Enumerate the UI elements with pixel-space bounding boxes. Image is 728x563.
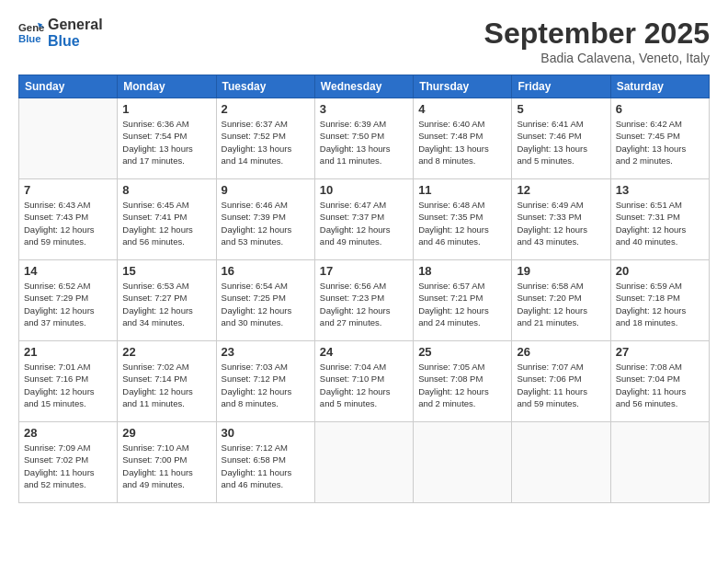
day-info: Sunrise: 7:05 AM Sunset: 7:08 PM Dayligh… xyxy=(418,361,506,409)
day-info: Sunrise: 7:01 AM Sunset: 7:16 PM Dayligh… xyxy=(24,361,112,409)
calendar-cell: 23Sunrise: 7:03 AM Sunset: 7:12 PM Dayli… xyxy=(216,341,314,422)
logo: General Blue General Blue xyxy=(18,17,103,51)
day-info: Sunrise: 6:42 AM Sunset: 7:45 PM Dayligh… xyxy=(616,118,704,167)
logo-line1: General xyxy=(48,17,103,33)
day-number: 22 xyxy=(122,345,210,359)
day-info: Sunrise: 6:54 AM Sunset: 7:25 PM Dayligh… xyxy=(222,280,310,328)
day-info: Sunrise: 6:41 AM Sunset: 7:46 PM Dayligh… xyxy=(517,118,605,167)
calendar-cell: 30Sunrise: 7:12 AM Sunset: 6:58 PM Dayli… xyxy=(216,422,314,503)
day-info: Sunrise: 6:46 AM Sunset: 7:39 PM Dayligh… xyxy=(222,199,310,247)
calendar-cell: 17Sunrise: 6:56 AM Sunset: 7:23 PM Dayli… xyxy=(314,260,413,341)
day-number: 16 xyxy=(222,264,310,278)
day-number: 15 xyxy=(122,264,210,278)
calendar-cell: 25Sunrise: 7:05 AM Sunset: 7:08 PM Dayli… xyxy=(414,341,512,422)
day-info: Sunrise: 6:58 AM Sunset: 7:20 PM Dayligh… xyxy=(517,280,605,328)
calendar-cell: 13Sunrise: 6:51 AM Sunset: 7:31 PM Dayli… xyxy=(610,179,709,260)
day-number: 19 xyxy=(517,264,605,278)
weekday-header: Friday xyxy=(512,75,610,98)
day-number: 18 xyxy=(418,264,506,278)
day-info: Sunrise: 7:12 AM Sunset: 6:58 PM Dayligh… xyxy=(222,442,310,490)
calendar-cell: 4Sunrise: 6:40 AM Sunset: 7:48 PM Daylig… xyxy=(414,98,512,179)
calendar-cell: 3Sunrise: 6:39 AM Sunset: 7:50 PM Daylig… xyxy=(314,98,413,179)
day-info: Sunrise: 6:57 AM Sunset: 7:21 PM Dayligh… xyxy=(418,280,506,328)
day-number: 25 xyxy=(418,345,506,359)
calendar-cell: 16Sunrise: 6:54 AM Sunset: 7:25 PM Dayli… xyxy=(216,260,314,341)
day-info: Sunrise: 6:49 AM Sunset: 7:33 PM Dayligh… xyxy=(517,199,605,247)
day-info: Sunrise: 6:43 AM Sunset: 7:43 PM Dayligh… xyxy=(24,199,112,247)
logo-icon: General Blue xyxy=(18,20,44,46)
day-number: 12 xyxy=(517,183,605,197)
calendar-header-row: SundayMondayTuesdayWednesdayThursdayFrid… xyxy=(19,75,710,98)
day-info: Sunrise: 7:08 AM Sunset: 7:04 PM Dayligh… xyxy=(616,361,704,409)
day-info: Sunrise: 6:56 AM Sunset: 7:23 PM Dayligh… xyxy=(320,280,408,328)
day-info: Sunrise: 7:09 AM Sunset: 7:02 PM Dayligh… xyxy=(24,442,112,490)
calendar-week-row: 28Sunrise: 7:09 AM Sunset: 7:02 PM Dayli… xyxy=(19,422,710,503)
calendar-cell xyxy=(314,422,413,503)
calendar-cell: 18Sunrise: 6:57 AM Sunset: 7:21 PM Dayli… xyxy=(414,260,512,341)
day-info: Sunrise: 6:45 AM Sunset: 7:41 PM Dayligh… xyxy=(122,199,210,247)
day-info: Sunrise: 7:10 AM Sunset: 7:00 PM Dayligh… xyxy=(122,442,210,490)
day-number: 23 xyxy=(222,345,310,359)
day-number: 5 xyxy=(517,102,605,116)
calendar-cell: 7Sunrise: 6:43 AM Sunset: 7:43 PM Daylig… xyxy=(19,179,118,260)
day-number: 2 xyxy=(222,102,310,116)
calendar-cell xyxy=(512,422,610,503)
day-number: 4 xyxy=(418,102,506,116)
calendar-cell: 14Sunrise: 6:52 AM Sunset: 7:29 PM Dayli… xyxy=(19,260,118,341)
day-number: 26 xyxy=(517,345,605,359)
day-number: 14 xyxy=(24,264,112,278)
day-info: Sunrise: 7:03 AM Sunset: 7:12 PM Dayligh… xyxy=(222,361,310,409)
calendar-cell: 21Sunrise: 7:01 AM Sunset: 7:16 PM Dayli… xyxy=(19,341,118,422)
calendar-week-row: 1Sunrise: 6:36 AM Sunset: 7:54 PM Daylig… xyxy=(19,98,710,179)
header: General Blue General Blue September 2025… xyxy=(18,17,710,65)
calendar-cell: 1Sunrise: 6:36 AM Sunset: 7:54 PM Daylig… xyxy=(118,98,216,179)
weekday-header: Thursday xyxy=(414,75,512,98)
calendar-cell: 15Sunrise: 6:53 AM Sunset: 7:27 PM Dayli… xyxy=(118,260,216,341)
calendar-cell: 20Sunrise: 6:59 AM Sunset: 7:18 PM Dayli… xyxy=(610,260,709,341)
calendar-cell: 28Sunrise: 7:09 AM Sunset: 7:02 PM Dayli… xyxy=(19,422,118,503)
day-number: 10 xyxy=(320,183,408,197)
calendar-cell: 27Sunrise: 7:08 AM Sunset: 7:04 PM Dayli… xyxy=(610,341,709,422)
calendar-cell xyxy=(610,422,709,503)
calendar-cell: 24Sunrise: 7:04 AM Sunset: 7:10 PM Dayli… xyxy=(314,341,413,422)
day-info: Sunrise: 6:48 AM Sunset: 7:35 PM Dayligh… xyxy=(418,199,506,247)
day-info: Sunrise: 6:36 AM Sunset: 7:54 PM Dayligh… xyxy=(122,118,210,167)
day-number: 27 xyxy=(616,345,704,359)
day-number: 9 xyxy=(222,183,310,197)
day-info: Sunrise: 6:59 AM Sunset: 7:18 PM Dayligh… xyxy=(616,280,704,328)
svg-text:Blue: Blue xyxy=(18,33,41,44)
day-number: 29 xyxy=(122,426,210,440)
day-info: Sunrise: 7:07 AM Sunset: 7:06 PM Dayligh… xyxy=(517,361,605,409)
day-number: 20 xyxy=(616,264,704,278)
day-number: 17 xyxy=(320,264,408,278)
day-number: 13 xyxy=(616,183,704,197)
calendar-cell: 10Sunrise: 6:47 AM Sunset: 7:37 PM Dayli… xyxy=(314,179,413,260)
calendar-cell: 6Sunrise: 6:42 AM Sunset: 7:45 PM Daylig… xyxy=(610,98,709,179)
calendar-cell: 19Sunrise: 6:58 AM Sunset: 7:20 PM Dayli… xyxy=(512,260,610,341)
calendar-cell: 8Sunrise: 6:45 AM Sunset: 7:41 PM Daylig… xyxy=(118,179,216,260)
calendar-cell: 11Sunrise: 6:48 AM Sunset: 7:35 PM Dayli… xyxy=(414,179,512,260)
calendar-week-row: 14Sunrise: 6:52 AM Sunset: 7:29 PM Dayli… xyxy=(19,260,710,341)
day-info: Sunrise: 7:04 AM Sunset: 7:10 PM Dayligh… xyxy=(320,361,408,409)
calendar-cell: 9Sunrise: 6:46 AM Sunset: 7:39 PM Daylig… xyxy=(216,179,314,260)
weekday-header: Sunday xyxy=(19,75,118,98)
title-area: September 2025 Badia Calavena, Veneto, I… xyxy=(484,17,710,65)
day-number: 8 xyxy=(122,183,210,197)
calendar-cell: 26Sunrise: 7:07 AM Sunset: 7:06 PM Dayli… xyxy=(512,341,610,422)
day-info: Sunrise: 6:37 AM Sunset: 7:52 PM Dayligh… xyxy=(222,118,310,167)
calendar-table: SundayMondayTuesdayWednesdayThursdayFrid… xyxy=(18,75,710,503)
calendar-cell: 12Sunrise: 6:49 AM Sunset: 7:33 PM Dayli… xyxy=(512,179,610,260)
day-info: Sunrise: 7:02 AM Sunset: 7:14 PM Dayligh… xyxy=(122,361,210,409)
day-info: Sunrise: 6:39 AM Sunset: 7:50 PM Dayligh… xyxy=(320,118,408,167)
day-number: 6 xyxy=(616,102,704,116)
day-number: 28 xyxy=(24,426,112,440)
day-info: Sunrise: 6:47 AM Sunset: 7:37 PM Dayligh… xyxy=(320,199,408,247)
day-info: Sunrise: 6:52 AM Sunset: 7:29 PM Dayligh… xyxy=(24,280,112,328)
calendar-cell: 22Sunrise: 7:02 AM Sunset: 7:14 PM Dayli… xyxy=(118,341,216,422)
weekday-header: Saturday xyxy=(610,75,709,98)
page: General Blue General Blue September 2025… xyxy=(0,0,728,563)
day-number: 7 xyxy=(24,183,112,197)
day-number: 1 xyxy=(122,102,210,116)
day-number: 21 xyxy=(24,345,112,359)
weekday-header: Wednesday xyxy=(314,75,413,98)
